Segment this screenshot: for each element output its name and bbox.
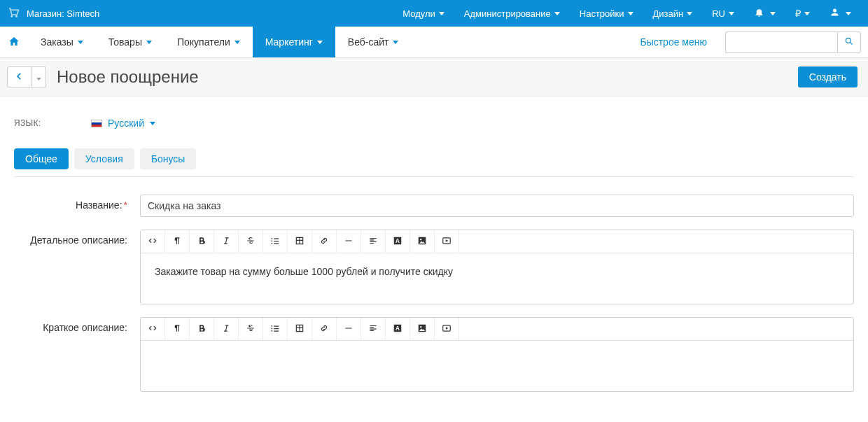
caret-down-icon <box>770 12 776 15</box>
titlebar: Новое поощрение Создать <box>0 58 868 97</box>
quick-menu[interactable]: Быстрое меню <box>627 27 720 57</box>
tb-codeview-button[interactable] <box>141 318 165 340</box>
top-menu-lang[interactable]: RU <box>702 0 744 27</box>
tb-video-button[interactable] <box>435 318 459 340</box>
back-dropdown[interactable] <box>32 66 46 87</box>
tb-align-button[interactable] <box>361 318 386 340</box>
tb-strike-button[interactable] <box>239 318 263 340</box>
top-menu-design[interactable]: Дизайн <box>643 0 703 27</box>
tb-codeview-button[interactable] <box>141 230 165 253</box>
tb-textcolor-button[interactable] <box>386 230 410 253</box>
editor-toolbar <box>141 318 853 341</box>
name-input[interactable] <box>140 195 854 217</box>
nav-home[interactable] <box>0 27 28 57</box>
caret-down-icon <box>317 41 323 44</box>
short-desc-textarea[interactable] <box>141 341 853 391</box>
align-icon <box>368 323 378 335</box>
detailed-desc-editor: Закажите товар на сумму больше 1000 рубл… <box>140 230 854 304</box>
align-icon <box>368 236 378 248</box>
tb-bold-button[interactable] <box>190 318 214 340</box>
tb-paragraph-button[interactable] <box>165 230 190 253</box>
nav-marketing[interactable]: Маркетинг <box>253 27 335 57</box>
required-indicator: * <box>124 199 127 211</box>
nav-website[interactable]: Веб-сайт <box>335 27 412 57</box>
tb-image-button[interactable] <box>410 318 435 340</box>
tb-table-button[interactable] <box>288 318 312 340</box>
top-menu-notifications[interactable] <box>744 0 785 27</box>
quick-menu-label: Быстрое меню <box>640 36 707 48</box>
link-icon <box>319 236 329 248</box>
top-menu-modules-label: Модули <box>402 8 435 19</box>
back-button[interactable] <box>7 66 32 87</box>
italic-icon <box>221 323 231 335</box>
create-button[interactable]: Создать <box>798 66 858 87</box>
code-icon <box>148 236 158 248</box>
tb-image-button[interactable] <box>410 230 435 253</box>
page-title: Новое поощрение <box>57 67 199 87</box>
language-picker[interactable]: Русский <box>91 118 155 129</box>
table-icon <box>295 323 304 335</box>
tb-textcolor-button[interactable] <box>386 318 410 340</box>
tb-link-button[interactable] <box>312 230 337 253</box>
nav-orders[interactable]: Заказы <box>28 27 96 57</box>
tab-bonuses[interactable]: Бонусы <box>140 148 197 169</box>
strike-icon <box>246 323 255 335</box>
flag-ru-icon <box>91 120 102 127</box>
nav-products[interactable]: Товары <box>96 27 164 57</box>
tb-strike-button[interactable] <box>239 230 263 253</box>
paragraph-icon <box>172 236 182 248</box>
hr-icon <box>344 323 354 335</box>
nav-customers[interactable]: Покупатели <box>164 27 253 57</box>
hr-icon <box>344 236 354 248</box>
strike-icon <box>246 236 255 248</box>
top-menu-user[interactable] <box>820 0 861 27</box>
top-menu-currency[interactable]: ₽ <box>785 0 820 27</box>
short-desc-label: Краткое описание: <box>14 317 140 333</box>
language-label: ЯЗЫК: <box>14 118 91 128</box>
home-icon <box>8 36 20 49</box>
top-menu-admin[interactable]: Администрирование <box>454 0 570 27</box>
top-menu-modules[interactable]: Модули <box>393 0 454 27</box>
top-menu-settings[interactable]: Настройки <box>570 0 643 27</box>
store-label[interactable]: Магазин: Simtech <box>27 8 99 19</box>
tb-italic-button[interactable] <box>214 318 239 340</box>
caret-down-icon <box>846 12 851 15</box>
tb-ul-button[interactable] <box>263 318 288 340</box>
image-icon <box>417 323 427 335</box>
tb-hr-button[interactable] <box>337 230 361 253</box>
caret-down-icon <box>78 41 83 44</box>
tb-italic-button[interactable] <box>214 230 239 253</box>
detailed-desc-label: Детальное описание: <box>14 230 140 246</box>
search-button[interactable] <box>837 31 861 53</box>
code-icon <box>148 323 158 335</box>
navbar: Заказы Товары Покупатели Маркетинг Веб-с… <box>0 27 868 58</box>
editor-toolbar <box>141 230 853 253</box>
caret-down-icon <box>146 41 152 44</box>
detailed-desc-textarea[interactable]: Закажите товар на сумму больше 1000 рубл… <box>141 253 853 304</box>
caret-down-icon <box>36 72 41 83</box>
video-icon <box>442 323 451 335</box>
video-icon <box>442 236 451 248</box>
top-menu-currency-label: ₽ <box>795 8 801 19</box>
search-input[interactable] <box>725 31 837 53</box>
tb-ul-button[interactable] <box>263 230 288 253</box>
italic-icon <box>221 236 231 248</box>
user-icon <box>830 7 840 20</box>
nav-marketing-label: Маркетинг <box>265 36 313 48</box>
tb-hr-button[interactable] <box>337 318 361 340</box>
tb-align-button[interactable] <box>361 230 386 253</box>
tab-general[interactable]: Общее <box>14 148 69 169</box>
bold-icon <box>197 323 206 335</box>
tb-table-button[interactable] <box>288 230 312 253</box>
caret-down-icon <box>687 12 692 15</box>
tabs: Общее Условия Бонусы <box>14 148 854 177</box>
tb-bold-button[interactable] <box>190 230 214 253</box>
caret-down-icon <box>804 12 810 15</box>
tb-paragraph-button[interactable] <box>165 318 190 340</box>
tb-video-button[interactable] <box>435 230 459 253</box>
caret-down-icon <box>393 41 398 44</box>
cart-icon <box>7 6 20 21</box>
tb-link-button[interactable] <box>312 318 337 340</box>
nav-orders-label: Заказы <box>41 36 74 48</box>
tab-conditions[interactable]: Условия <box>74 148 134 169</box>
